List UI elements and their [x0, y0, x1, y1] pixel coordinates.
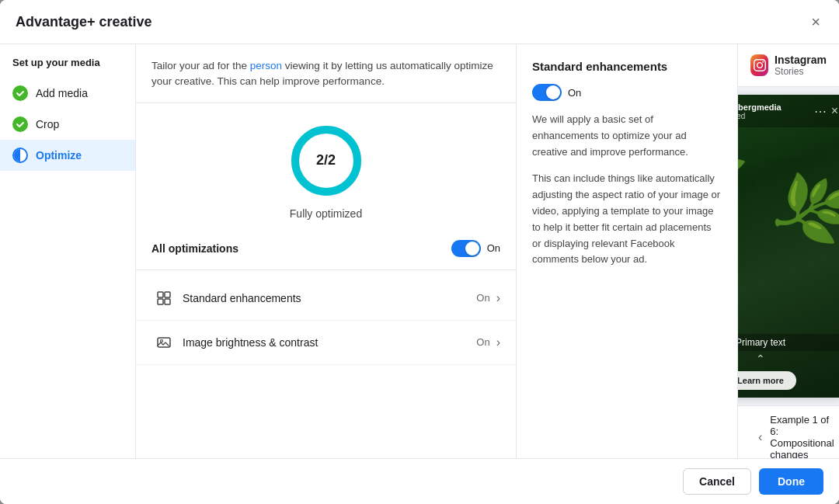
sidebar: Set up your media Add media: [0, 44, 136, 458]
check-icon-crop: [12, 116, 28, 132]
preview-nav-bar: ‹ Example 1 of 6: Compositional changes …: [738, 405, 839, 458]
chevron-right-icon-standard: ›: [496, 291, 500, 305]
feature-label-standard: Standard enhancements: [183, 292, 476, 304]
sidebar-item-crop[interactable]: Crop: [0, 109, 135, 140]
sidebar-label-optimize: Optimize: [36, 149, 82, 162]
all-optimizations-toggle[interactable]: [451, 240, 481, 257]
all-optimizations-row: All optimizations On: [136, 232, 516, 270]
prev-example-button[interactable]: ‹: [750, 426, 770, 449]
info-panel-header: Standard enhancements: [532, 60, 722, 73]
story-more-icon[interactable]: ⋯: [814, 104, 827, 119]
donut-label: 2/2: [287, 122, 365, 200]
feature-status-standard: On: [476, 292, 489, 304]
story-swipe-icon: ⌃: [756, 353, 765, 365]
all-optimizations-label: All optimizations: [151, 242, 238, 255]
feature-label-brightness: Image brightness & contrast: [183, 336, 476, 349]
person-link[interactable]: person: [250, 60, 282, 71]
sidebar-item-optimize[interactable]: Optimize: [0, 140, 135, 171]
story-close-icon[interactable]: ×: [831, 104, 838, 118]
story-author-name: sonnenbergmedia: [738, 103, 782, 112]
done-button[interactable]: Done: [759, 468, 823, 495]
preview-content: S sonnenbergmedia Sponsored ⋯ ×: [738, 87, 839, 405]
modal-body: Set up your media Add media: [0, 44, 839, 458]
leaf-background: [738, 95, 839, 398]
check-icon-add-media: [12, 85, 28, 101]
platform-placement: Stories: [775, 66, 827, 77]
all-optimizations-status: On: [487, 242, 500, 254]
info-panel-toggle[interactable]: [532, 84, 562, 101]
platform-name: Instagram: [775, 54, 827, 66]
donut-caption: Fully optimized: [290, 207, 362, 220]
modal-footer: Cancel Done: [0, 458, 839, 504]
sidebar-label-crop: Crop: [36, 118, 59, 130]
svg-rect-2: [158, 292, 163, 297]
story-cta-button[interactable]: Learn more: [738, 371, 796, 390]
grid-icon: [151, 286, 176, 311]
story-author-info: sonnenbergmedia Sponsored: [738, 103, 782, 120]
center-intro: Tailor your ad for the person viewing it…: [136, 44, 516, 103]
story-header: S sonnenbergmedia Sponsored ⋯ ×: [738, 95, 839, 127]
instagram-icon: [750, 54, 768, 76]
svg-rect-4: [158, 299, 163, 304]
story-author: S sonnenbergmedia Sponsored: [738, 101, 782, 121]
info-toggle-row[interactable]: On: [532, 84, 722, 101]
story-card-main: S sonnenbergmedia Sponsored ⋯ ×: [738, 95, 839, 398]
sidebar-label-add-media: Add media: [36, 87, 88, 99]
feature-row-brightness[interactable]: Image brightness & contrast On ›: [136, 321, 516, 365]
info-panel-description-2: This can include things like automatical…: [532, 171, 722, 268]
sidebar-item-add-media[interactable]: Add media: [0, 78, 135, 109]
platform-info: Instagram Stories: [775, 54, 827, 77]
story-primary-text: Primary text: [738, 334, 839, 351]
modal-close-button[interactable]: ×: [808, 11, 823, 33]
next-example-button[interactable]: ›: [834, 426, 839, 449]
story-image: 🍃 Primary text ⌃ Learn more: [738, 95, 839, 398]
story-sponsored-label: Sponsored: [738, 112, 782, 120]
donut-area: 2/2 Fully optimized: [136, 103, 516, 232]
chevron-right-icon-brightness: ›: [496, 335, 500, 349]
feature-list: Standard enhancements On › Image br: [136, 270, 516, 371]
info-panel-title: Standard enhancements: [532, 60, 667, 73]
svg-rect-5: [165, 299, 170, 304]
check-icon-optimize: [12, 148, 28, 163]
modal-header: Advantage+ creative ×: [0, 0, 839, 44]
story-actions: ⋯ ×: [814, 104, 838, 119]
info-panel-toggle-status: On: [568, 87, 581, 99]
svg-point-7: [161, 339, 163, 342]
preview-panel: Instagram Stories S sonnenbergmedia Spon…: [738, 44, 839, 458]
image-icon: [151, 330, 176, 355]
info-panel: Standard enhancements On We will apply a…: [517, 44, 738, 458]
sidebar-title: Set up your media: [0, 57, 135, 78]
info-panel-description-1: We will apply a basic set of enhancement…: [532, 112, 722, 160]
preview-platform-bar: Instagram Stories: [738, 44, 839, 87]
modal-title: Advantage+ creative: [16, 14, 152, 30]
cancel-button[interactable]: Cancel: [683, 468, 751, 495]
svg-rect-3: [165, 292, 170, 297]
modal-container: Advantage+ creative × Set up your media …: [0, 0, 839, 504]
feature-status-brightness: On: [476, 336, 489, 348]
center-panel: Tailor your ad for the person viewing it…: [136, 44, 517, 458]
example-label: Example 1 of 6: Compositional changes: [770, 414, 834, 458]
donut-chart: 2/2: [287, 122, 365, 200]
all-optimizations-toggle-wrap[interactable]: On: [451, 240, 500, 257]
feature-row-standard[interactable]: Standard enhancements On ›: [136, 276, 516, 321]
